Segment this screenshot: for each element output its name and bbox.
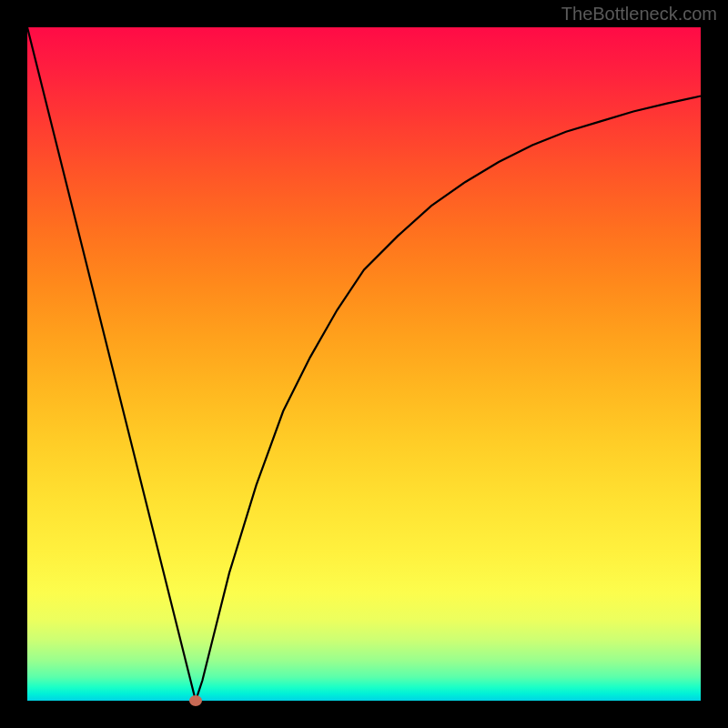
- plot-area: [27, 27, 701, 701]
- bottleneck-curve: [27, 27, 701, 701]
- watermark-text: TheBottleneck.com: [561, 4, 717, 25]
- minimum-marker: [189, 695, 202, 706]
